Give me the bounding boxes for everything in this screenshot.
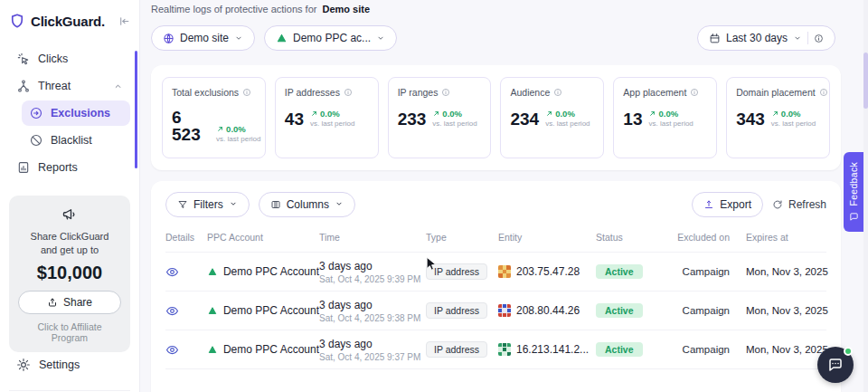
stat-value: 13 (623, 110, 642, 128)
sidebar-collapse-icon[interactable] (118, 15, 130, 27)
view-details-eye-icon[interactable] (165, 265, 207, 279)
blacklist-ban-icon (29, 133, 43, 148)
refresh-button[interactable]: Refresh (772, 198, 826, 211)
columns-label: Columns (287, 198, 329, 211)
ppc-account-filter-dropdown[interactable]: Demo PPC ac... (264, 25, 397, 51)
info-icon[interactable] (819, 88, 828, 97)
info-icon[interactable] (553, 88, 562, 97)
sidebar-scrollbar[interactable] (135, 51, 137, 168)
stat-card-domain-placement: Domain placement 343 0.0% vs. last perio… (726, 77, 830, 158)
view-details-eye-icon[interactable] (165, 343, 207, 357)
stat-label: App placement (623, 87, 686, 98)
column-header-ppc-account: PPC Account (207, 232, 319, 243)
share-button[interactable]: Share (18, 291, 121, 314)
info-icon[interactable] (344, 88, 353, 97)
funnel-icon (177, 199, 188, 210)
stat-change: 0.0% (320, 109, 340, 119)
stat-label: IP ranges (398, 87, 439, 98)
time-cell: 3 days ago Sat, Oct 4, 2025 9:38 PM (319, 299, 426, 323)
megaphone-icon (18, 206, 121, 226)
info-icon[interactable] (814, 33, 824, 43)
info-icon[interactable] (441, 88, 450, 97)
entity-value: 16.213.141.2... (516, 343, 589, 356)
entity-identicon (498, 265, 511, 278)
info-icon[interactable] (242, 88, 251, 97)
time-exact: Sat, Oct 4, 2025 9:37 PM (319, 352, 426, 362)
type-badge: IP address (426, 302, 487, 319)
expires-at-cell: Mon, Nov 3, 2025 (731, 344, 828, 355)
date-range-dropdown[interactable]: Last 30 days (697, 25, 835, 51)
stat-card-audience: Audience 234 0.0% vs. last period (500, 77, 604, 158)
trend-up-icon (432, 110, 440, 118)
divider (807, 32, 808, 44)
table-header-row: Details PPC Account Time Type Entity Sta… (165, 232, 826, 252)
entity-identicon (498, 343, 511, 356)
filters-dropdown[interactable]: Filters (165, 192, 250, 217)
stat-period: vs. last period (310, 120, 354, 128)
threat-branch-icon (16, 79, 31, 93)
google-ads-icon (207, 305, 218, 317)
sidebar-item-clicks[interactable]: Clicks (9, 46, 130, 72)
google-ads-icon (276, 33, 288, 44)
logs-panel: Filters Columns (151, 181, 841, 392)
feedback-label: Feedback (848, 162, 859, 206)
sidebar-item-label: Reports (38, 161, 78, 174)
main-content: Realtime logs of protective actions for … (140, 0, 868, 392)
sidebar-item-reports[interactable]: Reports (9, 155, 130, 180)
stat-change: 0.0% (555, 109, 575, 119)
stat-period: vs. last period (432, 120, 476, 128)
page-scrollbar[interactable] (863, 0, 868, 392)
time-cell: 3 days ago Sat, Oct 4, 2025 9:37 PM (319, 338, 426, 362)
column-header-excluded-on: Excluded on (672, 232, 731, 243)
export-button[interactable]: Export (692, 192, 763, 217)
status-cell: Active (596, 264, 672, 279)
sidebar-item-threat[interactable]: Threat (9, 73, 130, 99)
time-relative: 3 days ago (319, 338, 426, 350)
scrollbar-thumb[interactable] (863, 53, 868, 109)
ppc-account-filter-label: Demo PPC ac... (293, 32, 371, 44)
type-cell: IP address (426, 302, 498, 319)
stat-change: 0.0% (226, 124, 246, 134)
excluded-on-cell: Campaign (672, 266, 731, 277)
columns-dropdown[interactable]: Columns (259, 192, 355, 217)
feedback-tab[interactable]: Feedback (844, 152, 863, 232)
affiliate-program-link[interactable]: Click to Affiliate Program (18, 321, 121, 343)
sidebar-item-label: Clicks (38, 53, 68, 65)
affiliate-promo-card: Share ClickGuard and get up to $10,000 S… (9, 196, 130, 352)
view-details-eye-icon[interactable] (165, 304, 207, 318)
sidebar-item-settings[interactable]: Settings (9, 352, 130, 378)
table-row[interactable]: Demo PPC Account 3 days ago Sat, Oct 4, … (165, 330, 826, 368)
stat-value: 343 (736, 110, 765, 128)
settings-label: Settings (39, 359, 80, 371)
stat-card-ip-addresses: IP addresses 43 0.0% vs. last period (275, 77, 379, 158)
table-row[interactable]: Demo PPC Account 3 days ago Sat, Oct 4, … (165, 291, 826, 330)
brand-name: ClickGuard. (31, 14, 105, 29)
table-row[interactable]: Demo PPC Account 3 days ago Sat, Oct 4, … (165, 252, 826, 291)
chat-widget-button[interactable] (817, 347, 854, 383)
sidebar-item-blacklist[interactable]: Blacklist (22, 128, 130, 153)
time-relative: 3 days ago (319, 299, 426, 311)
stat-change: 0.0% (658, 109, 678, 119)
share-icon (47, 297, 58, 308)
sidebar-item-exclusions[interactable]: Exclusions (22, 100, 130, 126)
columns-icon (270, 199, 281, 210)
entity-cell: 208.80.44.26 (498, 304, 596, 317)
ppc-account-name: Demo PPC Account (223, 304, 319, 317)
filters-label: Filters (193, 198, 223, 211)
table-toolbar: Filters Columns (165, 192, 826, 217)
shield-logo-icon (9, 13, 25, 29)
status-badge: Active (596, 342, 643, 357)
chat-icon (827, 357, 844, 373)
info-icon[interactable] (690, 88, 699, 97)
site-filter-dropdown[interactable]: Demo site (151, 25, 255, 51)
brand-logo[interactable]: ClickGuard. (9, 13, 130, 29)
promo-amount: $10,000 (18, 263, 121, 283)
column-header-expires-at: Expires at (731, 232, 826, 243)
status-badge: Active (596, 303, 643, 318)
google-ads-icon (207, 344, 218, 356)
sidebar-item-label: Blacklist (51, 134, 92, 147)
type-cell: IP address (426, 263, 498, 280)
time-cell: 3 days ago Sat, Oct 4, 2025 9:39 PM (319, 260, 426, 284)
stat-change: 0.0% (442, 109, 462, 119)
trend-up-icon (216, 125, 224, 133)
